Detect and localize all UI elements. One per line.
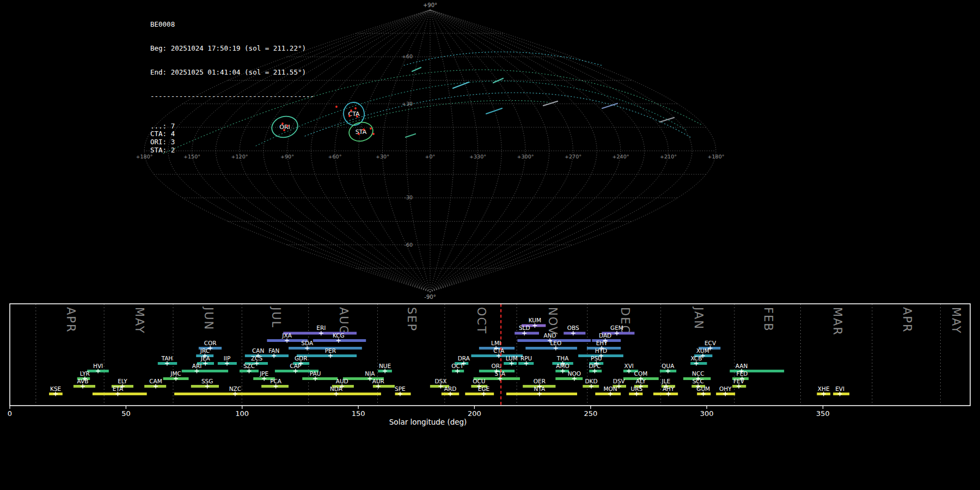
shower-bar-NOO [555,377,583,380]
peak-marker-ZCS [255,362,259,366]
shower-label-DKD: DKD [585,378,597,384]
peak-marker-URS [634,392,639,396]
shower-label-GUM: GUM [696,385,710,392]
meteor-arc [256,81,687,146]
meteor-dot [370,127,372,130]
month-label: FEB [762,307,775,332]
shower-bar-EGE [465,393,494,395]
shower-label-LYR: LYR [80,370,90,377]
peak-marker-OHY [723,392,727,396]
shower-label-DRA: DRA [458,355,470,362]
x-tick-label: 0 [8,409,12,418]
shower-label-CAP: CAP [290,363,301,369]
x-tick-label: 250 [584,409,597,418]
shower-label-EHY: EHY [596,340,608,346]
peak-marker-SZC [247,369,252,373]
shower-label-RPU: RPU [520,355,532,362]
shower-label-CAM: CAM [149,378,162,384]
shower-bar-PAU [302,377,338,380]
lon-label: +210° [660,154,677,160]
peak-marker-XVI [627,369,631,373]
shower-label-LMI: LMI [491,340,501,346]
shower-bar-SPE [395,393,411,395]
peak-marker-SLD [522,331,526,335]
month-label: AUG [337,307,350,335]
month-label: OCT [475,307,488,334]
month-labels: APRMAYJUNJULAUGSEPOCTNOVDECJANFEBMARAPRM… [64,306,963,336]
shower-label-LUM: LUM [506,355,518,362]
peak-marker-SSG [205,384,210,389]
peak-marker-EVI [838,392,842,396]
shower-label-MON: MON [603,385,617,392]
shower-label-URS: URS [630,385,642,392]
activity-timeline: APRMAYJUNJULAUGSEPOCTNOVDECJANFEBMARAPRM… [0,302,980,490]
shower-label-SLD: SLD [519,324,530,331]
peak-marker-DKD [589,384,593,389]
meteor-dot [335,106,338,108]
shower-label-JRC: JRC [200,347,210,354]
shower-label-ZCS: ZCS [251,355,263,362]
app-root: { "header": { "station": "BE0008", "beg_… [0,0,980,490]
shower-label-SSG: SSG [201,378,213,384]
month-label: MAY [133,307,146,334]
shower-label-SZC: SZC [243,363,255,369]
shower-label-JEA: JEA [200,355,211,362]
month-label: JAN [692,306,705,330]
month-label: MAY [950,307,963,334]
shower-label-DSX: DSX [435,378,447,384]
peak-marker-NIA [367,377,372,381]
shower-bar-LEO [525,347,577,350]
peak-marker-FAN [272,354,276,358]
shower-label-COM: COM [634,370,648,377]
peak-marker-PCA [274,384,278,389]
x-axis-title: Solar longitude (deg) [389,418,467,426]
peak-marker-PER [328,354,333,358]
meteor-dot [350,109,352,112]
x-tick-label: 300 [700,409,714,418]
shower-label-DPC: DPC [589,363,601,369]
shower-label-FAN: FAN [268,347,279,354]
shower-label-JPE: JPE [259,370,268,377]
shower-bar-SSG [191,385,219,388]
peak-marker-JMC [174,377,178,381]
x-tick-label: 200 [468,409,481,418]
lon-label: +30° [376,154,389,160]
lat-label: -60 [404,242,413,248]
observation-header: BE0008 Beg: 20251024 17:50:19 (sol = 211… [150,4,314,162]
end-time-line: End: 20251025 01:41:04 (sol = 211.55°) [150,69,314,77]
shower-label-HVI: HVI [93,363,103,369]
shower-label-GDR: GDR [295,355,308,362]
lon-label: +180° [708,154,725,160]
shower-label-NCC: NCC [692,370,705,377]
shower-label-JMC: JMC [170,370,181,377]
lat-label: +30 [402,101,413,107]
meteor-streak [543,101,558,106]
shower-label-GEM: GEM [610,324,623,331]
peak-marker-ARD [448,392,452,396]
peak-marker-OCT [455,369,460,373]
meteor-streak [493,78,503,83]
peak-marker-AHY [666,392,671,396]
meteor-streak [406,134,415,137]
peak-marker-JEA [203,362,207,366]
shower-label-PAU: PAU [310,370,321,377]
month-label: SEP [405,307,418,332]
meteor-streak [412,68,421,71]
shower-label-NUE: NUE [379,363,391,369]
shower-label-JXA: JXA [281,332,292,339]
peak-marker-XCB [694,362,699,366]
lon-label: +0° [425,154,436,160]
shower-label-OCU: OCU [473,378,485,384]
count-line: CTA: 4 [150,130,314,138]
shower-label-XHE: XHE [818,385,830,392]
peak-marker-SPE [398,392,402,396]
shower-label-EVI: EVI [835,385,844,392]
peak-marker-IIP [225,362,229,366]
shower-label-CTA: CTA [493,347,505,354]
shower-label-OBS: OBS [567,324,579,331]
peak-marker-XHE [822,392,826,396]
x-tick-label: 150 [352,409,365,418]
peak-marker-GUM [701,392,706,396]
peak-marker-AUR [376,384,381,389]
count-line: STA: 2 [150,146,314,155]
